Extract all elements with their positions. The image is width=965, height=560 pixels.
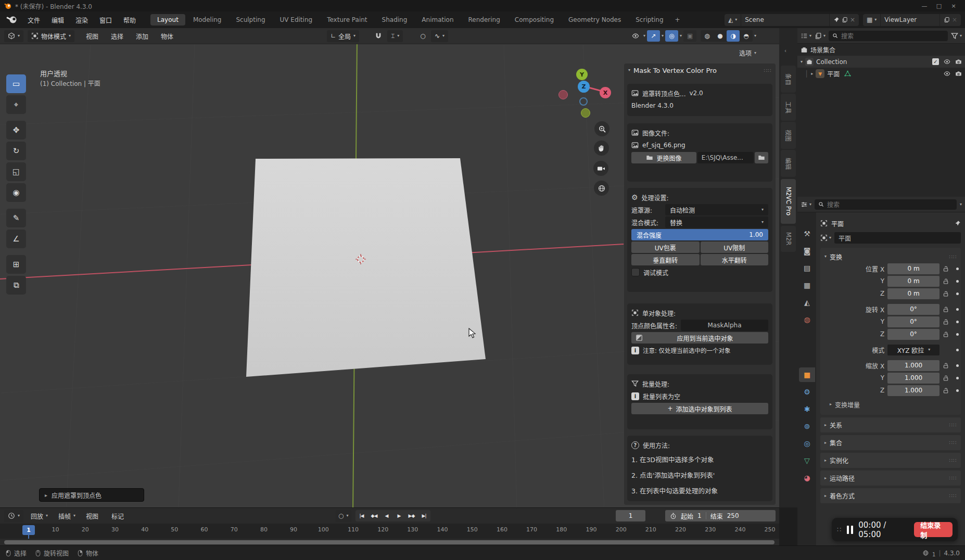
xray-toggle-icon[interactable]: ▣ (683, 30, 696, 42)
animate-dot-icon[interactable] (956, 308, 959, 311)
sidebar-tab[interactable]: 条目 (781, 66, 796, 93)
blend-strength-slider[interactable]: 混合强度1.00 (631, 229, 768, 240)
menu-item[interactable]: 窗口 (94, 14, 118, 26)
camera-view-icon[interactable] (593, 161, 608, 176)
breadcrumb-object[interactable]: 平面 (831, 219, 844, 228)
horizontal-scrollbar[interactable] (4, 540, 774, 544)
sidebar-tab[interactable]: 视图 (781, 122, 796, 149)
playhead[interactable]: 1 (22, 525, 35, 535)
menu-item[interactable]: 文件 (22, 14, 46, 26)
workspace-tab[interactable]: Compositing (508, 14, 561, 26)
current-frame-field[interactable]: 1 (616, 510, 645, 521)
pin-icon[interactable] (955, 220, 961, 227)
scene-name[interactable]: Scene (741, 14, 829, 26)
timeline-menu-item[interactable]: 回放▾ (26, 510, 53, 522)
operator-redo-panel[interactable]: ▸ 应用遮罩到顶点色 (39, 488, 144, 502)
collapse-sidebar-icon[interactable]: ‹ (784, 48, 786, 54)
transform-value-field[interactable]: 1.000 (887, 373, 939, 384)
workspace-tab[interactable]: Modeling (186, 14, 228, 26)
tool-button[interactable]: ↻ (6, 142, 26, 160)
animate-dot-icon[interactable] (956, 389, 959, 392)
shading-wireframe-icon[interactable]: ◍ (701, 30, 714, 42)
viewport-menu-item[interactable]: 选择 (105, 30, 130, 42)
property-section-header[interactable]: ▸着色方式∷∷ (820, 488, 961, 503)
object-name-field[interactable]: 平面 (834, 232, 961, 244)
mask-source-dropdown[interactable]: 自动检测▾ (665, 204, 768, 215)
expand-icon[interactable]: ▾ (801, 60, 803, 64)
gizmo-x-axis[interactable]: X (600, 87, 611, 98)
attr-name-field[interactable]: MaskAlpha (681, 320, 768, 331)
copy-icon[interactable] (842, 16, 848, 23)
menu-item[interactable]: 编辑 (46, 14, 70, 26)
editor-type-button[interactable]: ▾ (801, 32, 811, 40)
blend-mode-dropdown[interactable]: 替换▾ (665, 217, 768, 228)
plane-object[interactable] (237, 146, 497, 385)
display-mode-button[interactable]: ▾ (815, 32, 826, 40)
property-section-header[interactable]: ▸集合∷∷ (820, 435, 961, 450)
animate-dot-icon[interactable] (956, 321, 959, 323)
transform-value-field[interactable]: 0 m (887, 276, 939, 287)
outliner-row-scene-collection[interactable]: 场景集合 (797, 44, 965, 56)
overlays-toggle-icon[interactable]: ◎ (665, 30, 678, 42)
addon-panel-header[interactable]: ▾ Mask To Vertex Color Pro ∷∷ (624, 63, 776, 77)
viewport-menu-item[interactable]: 物体 (155, 30, 180, 42)
animate-dot-icon[interactable] (956, 280, 959, 283)
end-frame-field[interactable]: 250 (727, 512, 739, 519)
transform-delta-section[interactable]: ▸变换增量 (822, 398, 959, 411)
properties-tab[interactable]: ◭ (799, 295, 815, 310)
lock-open-icon[interactable] (943, 362, 949, 369)
workspace-tab[interactable]: Shading (375, 14, 414, 26)
uv-clamp-button[interactable]: UV限制 (701, 241, 769, 253)
browse-folder-button[interactable] (755, 152, 768, 163)
transform-panel-header[interactable]: ▾变换∷∷ (822, 250, 959, 263)
falloff-dropdown[interactable]: ∿▾ (431, 30, 448, 42)
workspace-tab[interactable]: Layout (150, 14, 185, 26)
property-section-header[interactable]: ▸实例化∷∷ (820, 453, 961, 468)
animate-dot-icon[interactable] (956, 333, 959, 336)
gizmo-z-negative[interactable] (579, 97, 588, 106)
editor-type-button[interactable]: ▾ (4, 30, 23, 42)
tool-button[interactable]: ⊞ (6, 255, 26, 274)
sidebar-tab[interactable]: 工具 (781, 94, 796, 121)
change-image-button[interactable]: 更换图像 (631, 152, 696, 163)
properties-tab[interactable]: ◙ (799, 244, 815, 258)
timeline-menu-item[interactable]: 插帧▾ (53, 510, 81, 522)
shading-solid-icon[interactable]: ● (714, 30, 727, 42)
ortho-toggle-icon[interactable] (594, 181, 609, 196)
proportional-edit-icon[interactable]: ○ (416, 30, 429, 42)
animate-dot-icon[interactable] (956, 349, 959, 351)
workspace-tab[interactable]: Geometry Nodes (562, 14, 628, 26)
tool-button[interactable]: ⌖ (6, 95, 26, 114)
tool-button[interactable]: ◱ (6, 162, 26, 181)
eye-icon[interactable] (944, 58, 950, 65)
lock-open-icon[interactable] (943, 387, 949, 394)
checkbox-icon[interactable]: ✓ (932, 58, 939, 65)
start-frame-field[interactable]: 1 (697, 512, 702, 519)
gizmo-toggle-icon[interactable]: ↗ (647, 30, 660, 42)
animate-dot-icon[interactable] (956, 364, 959, 367)
pin-icon[interactable] (833, 16, 840, 23)
debug-checkbox[interactable] (631, 268, 640, 276)
object-id-icon[interactable]: ▾ (820, 234, 831, 241)
remove-icon[interactable]: × (952, 16, 957, 23)
transform-value-field[interactable]: 0° (887, 304, 939, 315)
gizmo-z-axis[interactable]: Z (578, 81, 590, 93)
camera-icon[interactable] (955, 58, 962, 65)
lock-open-icon[interactable] (943, 306, 949, 313)
viewport-menu-item[interactable]: 视图 (80, 30, 105, 42)
timeline-menu-item[interactable]: 标记 (106, 510, 132, 522)
animate-dot-icon[interactable] (956, 292, 959, 295)
camera-icon[interactable] (955, 70, 962, 77)
collapse-icon[interactable]: ▾ (628, 68, 630, 72)
transform-value-field[interactable]: 1.000 (887, 385, 939, 396)
copy-icon[interactable] (944, 16, 950, 23)
properties-tab[interactable]: ◎ (799, 436, 815, 451)
options-dropdown[interactable]: 选项▾ (739, 48, 756, 57)
tool-button[interactable]: ∠ (6, 230, 26, 248)
editor-type-button[interactable]: ▾ (801, 201, 811, 208)
properties-tab[interactable]: ▦ (799, 278, 815, 292)
workspace-tab[interactable]: UV Editing (273, 14, 320, 26)
outliner-search-input[interactable]: 搜索 (829, 31, 948, 41)
snap-magnet-icon[interactable] (372, 30, 385, 42)
flip-horizontal-button[interactable]: 水平翻转 (701, 254, 769, 265)
